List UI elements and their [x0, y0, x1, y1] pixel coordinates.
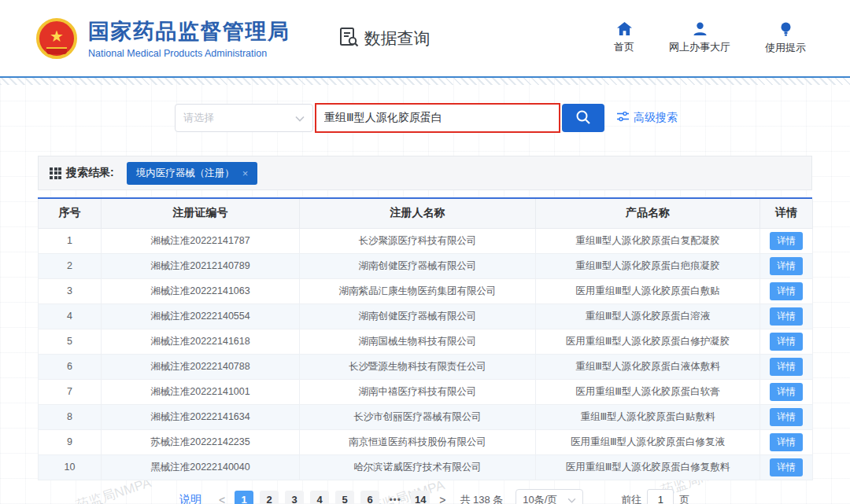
- close-icon[interactable]: ×: [242, 167, 249, 179]
- nav-online-hall-label: 网上办事大厅: [669, 40, 730, 54]
- filter-tag-domestic-device[interactable]: 境内医疗器械（注册） ×: [127, 162, 258, 185]
- bulb-icon: [780, 22, 792, 37]
- goto-page-input[interactable]: [647, 489, 674, 504]
- search-icon: [575, 109, 591, 127]
- page-button-4[interactable]: 4: [310, 491, 329, 504]
- detail-button[interactable]: 详情: [770, 282, 803, 300]
- results-filter-bar: 搜索结果: 境内医疗器械（注册） ×: [38, 156, 812, 190]
- page-button-6[interactable]: 6: [360, 491, 379, 504]
- results-label: 搜索结果:: [66, 166, 114, 180]
- page-button-5[interactable]: 5: [335, 491, 354, 504]
- table-row: 2 湘械注准20212140789 湖南创健医疗器械有限公司 重组Ⅲ型人源化胶原…: [39, 253, 813, 278]
- table-row: 4 湘械注准20222140554 湖南创健医疗器械有限公司 重组Ⅲ型人源化胶原…: [39, 304, 813, 329]
- advanced-search-link[interactable]: 高级搜索: [617, 111, 678, 125]
- col-header-company: 注册人名称: [300, 199, 536, 228]
- detail-button[interactable]: 详情: [770, 383, 803, 401]
- cell-cert-number: 湘械注准20222141063: [102, 278, 300, 304]
- next-page-icon[interactable]: >: [436, 494, 449, 504]
- site-header: ★ 国家药品监督管理局 National Medical Products Ad…: [0, 0, 850, 76]
- org-title-en: National Medical Products Administration: [88, 48, 290, 59]
- chevron-down-icon: [567, 494, 576, 504]
- cell-product: 医用重组Ⅲ型人源化胶原蛋白敷贴: [536, 278, 760, 304]
- cell-no: 2: [39, 253, 102, 278]
- data-query-label: 数据查询: [364, 28, 431, 50]
- cell-company: 长沙市创丽医疗器械有限公司: [300, 404, 536, 429]
- nav-home-label: 首页: [614, 40, 634, 54]
- table-row: 1 湘械注准20222141787 长沙聚源医疗科技有限公司 重组Ⅲ型人源化胶原…: [39, 228, 813, 253]
- cell-product: 医用重组Ⅲ型人源化胶原蛋白修复敷料: [536, 454, 760, 480]
- cell-detail: 详情: [760, 404, 813, 429]
- category-placeholder: 请选择: [183, 111, 295, 125]
- goto-suffix-label: 页: [679, 493, 689, 504]
- nmpa-logo: ★ 国家药品监督管理局 National Medical Products Ad…: [36, 17, 290, 59]
- detail-button[interactable]: 详情: [770, 408, 803, 426]
- total-count: 共 138 条: [460, 493, 503, 504]
- document-search-icon: [338, 26, 360, 51]
- detail-button[interactable]: 详情: [770, 307, 803, 326]
- grid-icon: [50, 167, 61, 179]
- detail-button[interactable]: 详情: [770, 232, 803, 250]
- cell-cert-number: 黑械注准20222140040: [102, 454, 300, 480]
- search-input[interactable]: [316, 112, 559, 124]
- note-link[interactable]: 说明: [179, 493, 201, 504]
- cell-no: 10: [39, 454, 102, 480]
- table-row: 10 黑械注准20222140040 哈尔滨诺威医疗技术有限公司 医用重组Ⅲ型人…: [39, 454, 813, 480]
- nav-usage-tips-label: 使用提示: [765, 41, 806, 55]
- cell-company: 湖南紫晶汇康生物医药集团有限公司: [300, 278, 536, 304]
- detail-button[interactable]: 详情: [770, 433, 803, 451]
- cell-no: 1: [39, 228, 102, 253]
- table-row: 3 湘械注准20222141063 湖南紫晶汇康生物医药集团有限公司 医用重组Ⅲ…: [39, 278, 813, 304]
- cell-product: 重组Ⅲ型人源化胶原蛋白疤痕凝胶: [536, 253, 760, 278]
- col-header-detail: 详情: [760, 199, 813, 228]
- org-title-cn: 国家药品监督管理局: [88, 17, 290, 46]
- national-emblem-icon: ★: [36, 18, 77, 59]
- cell-detail: 详情: [760, 228, 813, 253]
- table-body: 1 湘械注准20222141787 长沙聚源医疗科技有限公司 重组Ⅲ型人源化胶原…: [39, 228, 813, 480]
- cell-company: 哈尔滨诺威医疗技术有限公司: [300, 454, 536, 480]
- nav-home[interactable]: 首页: [614, 22, 634, 55]
- search-input-highlight: [315, 103, 560, 133]
- detail-button[interactable]: 详情: [770, 257, 803, 275]
- detail-button[interactable]: 详情: [770, 358, 803, 376]
- page-button-14[interactable]: 14: [411, 491, 430, 504]
- cell-no: 6: [39, 354, 102, 379]
- category-select[interactable]: 请选择: [175, 104, 313, 132]
- detail-button[interactable]: 详情: [770, 458, 803, 476]
- cell-detail: 详情: [760, 304, 813, 329]
- table-row: 9 苏械注准20222142235 南京恒道医药科技股份有限公司 医用重组Ⅲ型人…: [39, 429, 813, 454]
- search-bar: 请选择 高级搜索: [175, 103, 850, 133]
- advanced-search-label: 高级搜索: [634, 111, 678, 125]
- cell-product: 重组Ⅲ型人源化胶原蛋白液体敷料: [536, 354, 760, 379]
- table-row: 8 湘械注准20222141634 长沙市创丽医疗器械有限公司 重组Ⅲ型人源化胶…: [39, 404, 813, 429]
- page-button-1[interactable]: 1: [235, 491, 253, 504]
- cell-cert-number: 湘械注准20222141001: [102, 379, 300, 404]
- cell-no: 3: [39, 278, 102, 304]
- nav-usage-tips[interactable]: 使用提示: [765, 22, 806, 55]
- filter-sliders-icon: [617, 112, 629, 124]
- prev-page-icon[interactable]: <: [216, 494, 228, 504]
- data-query-title: 数据查询: [338, 26, 431, 51]
- cell-company: 湖南创健医疗器械有限公司: [300, 253, 536, 278]
- cell-company: 长沙聚源医疗科技有限公司: [300, 228, 536, 253]
- detail-button[interactable]: 详情: [770, 333, 803, 351]
- cell-no: 5: [39, 329, 102, 354]
- cell-product: 医用重组Ⅲ型人源化胶原蛋白修复液: [536, 429, 760, 454]
- cell-detail: 详情: [760, 454, 813, 480]
- page-button-3[interactable]: 3: [285, 491, 304, 504]
- page-button-2[interactable]: 2: [260, 491, 279, 504]
- page-size-value: 10条/页: [523, 493, 557, 504]
- cell-company: 长沙暨源生物科技有限责任公司: [300, 354, 536, 379]
- search-button[interactable]: [562, 104, 604, 132]
- cell-company: 湖南创健医疗器械有限公司: [300, 304, 536, 329]
- goto-page: 前往 页: [621, 489, 689, 504]
- cell-cert-number: 湘械注准20222141787: [102, 228, 300, 253]
- cell-product: 重组Ⅲ型人源化胶原蛋白贴敷料: [536, 404, 760, 429]
- cell-no: 9: [39, 429, 102, 454]
- pagination: 说明 < 123456•••14 > 共 138 条 10条/页 前往 页: [179, 489, 850, 504]
- nav-online-hall[interactable]: 网上办事大厅: [669, 22, 730, 55]
- cell-cert-number: 湘械注准20222140788: [102, 354, 300, 379]
- cell-detail: 详情: [760, 253, 813, 278]
- table-row: 5 湘械注准20222141618 湖南国械生物科技有限公司 医用重组Ⅲ型人源化…: [39, 329, 813, 354]
- page-size-select[interactable]: 10条/页: [516, 489, 583, 504]
- user-icon: [693, 22, 708, 36]
